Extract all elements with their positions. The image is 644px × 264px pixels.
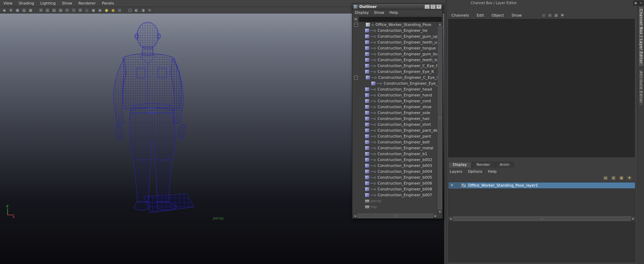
resolution-gate-icon[interactable]: ▧ xyxy=(51,7,57,13)
minimize-button[interactable]: _ xyxy=(425,4,430,9)
filter-icon[interactable]: ≡ xyxy=(353,17,358,22)
resize-corner[interactable] xyxy=(438,214,442,218)
layer-playback-toggle[interactable] xyxy=(455,183,460,188)
outliner-filter-input[interactable] xyxy=(359,17,442,22)
speed-state-icon[interactable]: ◇ xyxy=(541,13,546,18)
outliner-row-construction-engineer-pant[interactable]: Construction_Engineer_pant xyxy=(353,133,438,139)
pivot-icon[interactable]: ✚ xyxy=(8,7,14,13)
outliner-horizontal-scrollbar[interactable]: ◀ ▶ xyxy=(353,214,438,218)
viewport-menu-lighting[interactable]: Lighting xyxy=(40,1,56,6)
outliner-row-construction-engineer-gum-upper[interactable]: Construction_Engineer_gum_upper xyxy=(353,34,438,39)
outliner-row-office-worker-standing-pose[interactable]: −Office_Worker_Standing_Pose xyxy=(353,22,438,28)
safe-action-icon[interactable]: ⊡ xyxy=(71,7,77,13)
outliner-row-construction-engineer-cord[interactable]: Construction_Engineer_cord xyxy=(353,98,438,104)
shaded-mode-icon[interactable]: ● xyxy=(90,7,96,13)
expander-icon[interactable]: − xyxy=(354,76,358,79)
outliner-vertical-scrollbar[interactable]: ▲ ▼ xyxy=(437,22,442,214)
viewport-menu-renderer[interactable]: Renderer xyxy=(78,1,96,6)
expander-icon[interactable]: − xyxy=(354,23,358,27)
outliner-row-construction-engineer-b002[interactable]: Construction_Engineer_b002 xyxy=(353,157,438,163)
outliner-row-construction-engineer-sole[interactable]: Construction_Engineer_sole xyxy=(353,110,438,116)
outliner-row-construction-engineer-tongue[interactable]: Construction_Engineer_tongue xyxy=(353,45,438,51)
stats-icon[interactable]: ▤ xyxy=(554,13,559,18)
screen-ao-icon[interactable]: ◎ xyxy=(117,7,123,13)
isolate-select-icon[interactable]: ◐ xyxy=(134,7,139,13)
exposure-icon[interactable]: ◑ xyxy=(140,7,146,13)
field-chart-icon[interactable]: ⊟ xyxy=(64,7,70,13)
outliner-row-construction-engineer-head[interactable]: Construction_Engineer_head xyxy=(353,86,438,92)
outliner-row-construction-engineer-teeth-lower[interactable]: Construction_Engineer_teeth_lower xyxy=(353,57,438,63)
layer-menu-options[interactable]: Options xyxy=(468,169,482,174)
outliner-row-construction-engineer-b005[interactable]: Construction_Engineer_b005 xyxy=(353,175,438,180)
scroll-left-arrow[interactable]: ◀ xyxy=(448,216,453,220)
outliner-row-construction-engineer-b007[interactable]: Construction_Engineer_b007 xyxy=(353,192,438,198)
outliner-row-construction-engineer-b1[interactable]: Construction_Engineer_b1 xyxy=(353,151,438,157)
outliner-row-construction-engineer-teeth-upper[interactable]: Construction_Engineer_teeth_upper xyxy=(353,39,438,45)
gate-mask-icon[interactable]: ▨ xyxy=(58,7,64,13)
safe-title-icon[interactable]: ⊠ xyxy=(77,7,83,13)
panel-layout-icon[interactable]: ▦ xyxy=(633,1,638,6)
outliner-menu-show[interactable]: Show xyxy=(374,10,384,15)
xray-icon[interactable]: □ xyxy=(127,7,133,13)
channel-box-area[interactable] xyxy=(448,19,635,158)
outliner-row-construction-engineer-c-eye-r[interactable]: Construction_Engineer_C_Eye_R xyxy=(353,63,438,69)
outliner-row-persp[interactable]: persp xyxy=(353,198,438,204)
viewport-menu-view[interactable]: View xyxy=(3,1,12,6)
new-empty-layer-icon[interactable]: ▦ xyxy=(618,175,625,181)
layer-row-office-worker-standing-pose-layer1[interactable]: VOffice_Worker_Standing_Pose_layer1 xyxy=(449,182,635,188)
options-icon[interactable]: ✚ xyxy=(560,13,565,18)
layer-menu-layers[interactable]: Layers xyxy=(450,169,462,174)
move-layer-up-icon[interactable]: ▤ xyxy=(602,175,609,181)
outliner-row-construction-engineer-shirt[interactable]: Construction_Engineer_shirt xyxy=(353,122,438,128)
tab-anim[interactable]: Anim xyxy=(495,162,514,168)
hyperbolic-icon[interactable]: ◎ xyxy=(547,13,553,18)
outliner-row-construction-engineer-metal[interactable]: Construction_Engineer_metal xyxy=(353,145,438,151)
tab-display[interactable]: Display xyxy=(448,162,471,168)
layer-horizontal-scrollbar[interactable]: ◀ ▶ xyxy=(448,216,635,221)
scrollbar-thumb[interactable] xyxy=(453,216,631,221)
camera-lock-icon[interactable]: ▣ xyxy=(14,7,20,13)
wireframe-mode-icon[interactable]: ◇ xyxy=(84,7,90,13)
outliner-row-construction-engineer-b006[interactable]: Construction_Engineer_b006 xyxy=(353,180,438,186)
viewport-menu-show[interactable]: Show xyxy=(62,1,72,6)
channel-box-menu-object[interactable]: Object xyxy=(491,13,504,18)
grid-toggle-icon[interactable]: ⊞ xyxy=(38,7,44,13)
outliner-row-construction-engineer-b004[interactable]: Construction_Engineer_b004 xyxy=(353,169,438,175)
scroll-right-arrow[interactable]: ▶ xyxy=(631,216,635,220)
side-tab-attribute-editor[interactable]: Attribute Editor xyxy=(638,68,644,106)
layer-color-swatch[interactable] xyxy=(461,183,466,188)
outliner-row-top[interactable]: top xyxy=(353,204,438,210)
outliner-row-construction-engineer-tie[interactable]: Construction_Engineer_tie xyxy=(353,28,438,34)
scroll-left-arrow[interactable]: ◀ xyxy=(353,214,357,218)
outliner-menu-help[interactable]: Help xyxy=(389,10,398,15)
tab-render[interactable]: Render xyxy=(472,162,495,168)
outliner-titlebar[interactable]: Outliner _□× xyxy=(352,4,442,10)
layer-visibility-toggle[interactable]: V xyxy=(449,183,455,188)
viewport-menu-shading[interactable]: Shading xyxy=(19,1,34,6)
channel-box-menu-channels[interactable]: Channels xyxy=(451,13,469,18)
scrollbar-thumb[interactable] xyxy=(438,26,442,209)
move-layer-down-icon[interactable]: ▥ xyxy=(610,175,617,181)
viewport-menu-panels[interactable]: Panels xyxy=(102,1,114,6)
shadows-icon[interactable]: ● xyxy=(110,7,116,13)
outliner-row-construction-engineer-belt[interactable]: Construction_Engineer_belt xyxy=(353,139,438,145)
view-cube-icon[interactable]: ◆ xyxy=(1,7,7,13)
character-body[interactable] xyxy=(114,22,186,210)
outliner-row-construction-engineer-b003[interactable]: Construction_Engineer_b003 xyxy=(353,163,438,169)
lighting-icon[interactable]: ● xyxy=(104,7,109,13)
textured-mode-icon[interactable]: ◉ xyxy=(97,7,103,13)
restore-button[interactable]: □ xyxy=(430,4,436,9)
outliner-row-construction-engineer-c-eye-l[interactable]: −Construction_Engineer_C_Eye_L xyxy=(353,75,438,81)
close-button[interactable]: × xyxy=(436,4,441,9)
layer-menu-help[interactable]: Help xyxy=(488,169,497,174)
scroll-right-arrow[interactable]: ▶ xyxy=(433,214,438,218)
outliner-row-construction-engineer-pant-detail[interactable]: Construction_Engineer_pant_detail xyxy=(353,128,438,133)
new-layer-from-selected-icon[interactable]: ✚ xyxy=(626,175,633,181)
side-tab-channel-box-layer-editor[interactable]: Channel Box / Layer Editor xyxy=(638,6,644,67)
panel-menu-icon[interactable]: ≡ xyxy=(638,1,643,6)
outliner-row-construction-engineer-hair[interactable]: Construction_Engineer_hair xyxy=(353,116,438,122)
share-view-icon[interactable]: ✳ xyxy=(147,7,153,13)
image-plane-icon[interactable]: ▦ xyxy=(28,7,33,13)
outliner-row-construction-engineer-shoe[interactable]: Construction_Engineer_shoe xyxy=(353,104,438,110)
outliner-row-construction-engineer-hand[interactable]: Construction_Engineer_hand xyxy=(353,92,438,98)
